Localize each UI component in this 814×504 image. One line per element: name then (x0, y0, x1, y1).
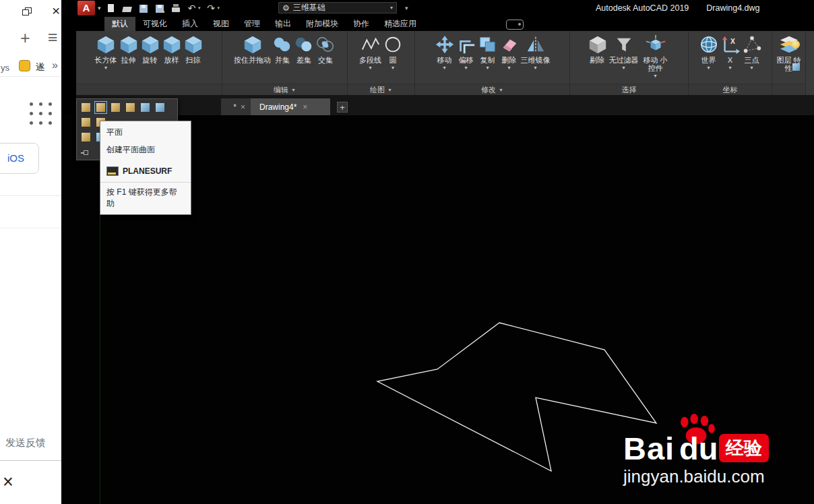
nofilter-icon (614, 34, 634, 55)
panel-label[interactable]: 编辑▼ (222, 84, 347, 95)
save-icon[interactable] (138, 3, 149, 13)
redo-icon[interactable]: ↷ (206, 3, 216, 13)
ribbon-button[interactable]: 删除▾ (499, 34, 520, 71)
ribbon-button[interactable]: 放样 (162, 34, 182, 64)
new-drawing-tab-button[interactable]: + (337, 102, 348, 113)
ribbon-button[interactable]: 并集 (272, 34, 292, 64)
bookmark-favicon[interactable] (19, 60, 30, 71)
ribbon-button[interactable]: 差集 (294, 34, 314, 64)
toolbar-options-arrow-icon[interactable]: ▾ (405, 5, 408, 11)
new-tab-icon[interactable]: + (20, 28, 30, 48)
panel-label[interactable] (772, 84, 805, 95)
bookmark-label-partial[interactable]: ys (1, 63, 9, 73)
close-tab-icon[interactable]: × (303, 102, 307, 112)
partial-panel-bulb-icon[interactable] (792, 40, 800, 49)
dropdown-arrow-icon[interactable]: ▾ (198, 5, 201, 11)
surface-network-icon[interactable] (80, 101, 92, 114)
ribbon-button[interactable]: 拉伸 (119, 34, 139, 64)
surface-sweep-icon[interactable] (124, 101, 137, 114)
ribbon-tab-1[interactable]: 默认 (104, 17, 135, 31)
ribbon-button[interactable]: 旋转 (140, 34, 160, 64)
menu-icon[interactable]: ≡ (48, 28, 58, 47)
logo-dropdown-arrow-icon[interactable]: ▾ (98, 5, 101, 11)
panel-expand-arrow-icon: ▼ (387, 88, 392, 92)
ribbon-button-label: 按住并拖动 (234, 56, 271, 64)
open-file-icon[interactable] (122, 3, 133, 13)
dropdown-arrow-icon[interactable]: ▾ (218, 5, 220, 11)
partial-panel-icon[interactable] (792, 63, 800, 71)
ribbon-button-label: 交集 (318, 56, 333, 64)
sweep-icon (183, 34, 204, 55)
ribbon-tab-9[interactable]: 精选应用 (377, 17, 424, 31)
ribbon-button[interactable]: 移动▾ (435, 34, 455, 71)
panel-label[interactable]: 修改▼ (415, 84, 569, 95)
ribbon-button[interactable]: 扫掠 (183, 34, 204, 64)
ribbon-button[interactable]: 剔除 (588, 34, 608, 64)
ribbon-button[interactable]: 三点▾ (742, 34, 762, 71)
copy-icon (478, 34, 498, 55)
tooltip-description: 创建平面曲面 (106, 144, 185, 156)
ribbon-tab-4[interactable]: 视图 (206, 17, 237, 31)
ribbon-button[interactable]: 复制▾ (478, 34, 498, 71)
undo-icon[interactable]: ↶ (187, 3, 197, 13)
surface-blend-icon[interactable] (80, 131, 92, 144)
panel-expand-arrow-icon: ▼ (499, 88, 503, 92)
tooltip-command: PLANESURF (123, 166, 172, 176)
surface-extrude-icon[interactable] (139, 101, 152, 114)
ribbon-panel-5: 剔除无过滤器▾移动 小控件▾选择 (570, 31, 689, 95)
ribbon-button[interactable]: X▾ (720, 34, 741, 71)
panel-label[interactable]: 坐标 (689, 84, 772, 95)
file-tab-partial[interactable]: * × (221, 98, 251, 115)
ios-chip[interactable]: iOS (0, 143, 39, 174)
ribbon-button[interactable]: 长方体▾ (95, 34, 117, 71)
close-window-icon[interactable]: × (52, 3, 60, 19)
ribbon-button[interactable]: 按住并拖动 (234, 34, 271, 64)
restore-window-icon[interactable] (22, 7, 32, 16)
surface-revolve-icon[interactable] (154, 101, 166, 114)
send-feedback-label[interactable]: 发送反馈 (5, 437, 46, 449)
close-feedback-icon[interactable]: × (3, 472, 13, 493)
ribbon-tab-5[interactable]: 管理 (237, 17, 268, 31)
workspace-dropdown-arrow-icon[interactable]: ▾ (390, 5, 393, 11)
plot-icon[interactable] (170, 3, 181, 13)
apps-grid-icon[interactable] (30, 102, 52, 125)
ribbon-button[interactable]: 多段线▾ (359, 34, 381, 71)
ribbon-button[interactable]: 偏移▾ (456, 34, 476, 71)
ribbon-button[interactable]: 交集 (315, 34, 336, 64)
ribbon-display-toggle-icon[interactable] (506, 20, 524, 30)
ribbon-button-label: X (728, 56, 732, 64)
dropdown-arrow-icon: ▾ (443, 65, 445, 71)
ribbon-button[interactable]: 移动 小控件▾ (640, 34, 671, 79)
file-tab-drawing4[interactable]: Drawing4* × (251, 98, 330, 115)
bookmarks-overflow-icon[interactable]: » (52, 59, 58, 71)
surface-patch-icon[interactable] (80, 116, 92, 129)
ribbon-button[interactable]: 无过滤器▾ (609, 34, 639, 71)
ribbon-button-label: 拉伸 (121, 56, 136, 64)
surface-loft-icon[interactable] (109, 101, 122, 114)
ribbon-tab-2[interactable]: 可视化 (135, 17, 175, 31)
ribbon-button[interactable]: 世界▾ (699, 34, 719, 71)
panel-label[interactable]: 选择 (570, 84, 688, 95)
ribbon-button[interactable]: 圆▾ (383, 34, 403, 71)
ribbon-button-label: 放样 (164, 56, 179, 64)
pin-icon[interactable] (81, 149, 88, 156)
ribbon-tab-bar: 默认可视化插入视图管理输出附加模块协作精选应用 (76, 17, 424, 31)
autocad-logo[interactable]: A (77, 1, 95, 15)
save-as-icon[interactable] (154, 3, 165, 13)
workspace-switcher[interactable]: ⚙ 三维基础 ▾ (278, 2, 397, 13)
surface-planar-icon[interactable] (94, 101, 107, 114)
dropdown-arrow-icon: ▾ (507, 65, 510, 71)
ribbon-tab-8[interactable]: 协作 (346, 17, 377, 31)
dropdown-arrow-icon: ▾ (707, 65, 710, 71)
panel-label[interactable]: 绘图▼ (348, 84, 414, 95)
close-tab-icon[interactable]: × (241, 102, 245, 112)
ribbon-tab-3[interactable]: 插入 (175, 17, 206, 31)
ribbon-tab-7[interactable]: 附加模块 (299, 17, 346, 31)
panel-label[interactable] (76, 84, 222, 95)
bookmark-label[interactable]: 遂 (36, 61, 45, 73)
ribbon-tab-6[interactable]: 输出 (268, 17, 299, 31)
new-file-icon[interactable] (106, 3, 117, 13)
dropdown-arrow-icon: ▾ (728, 65, 731, 71)
cull-icon (588, 34, 608, 55)
ribbon-button[interactable]: 三维镜像▾ (521, 34, 551, 71)
